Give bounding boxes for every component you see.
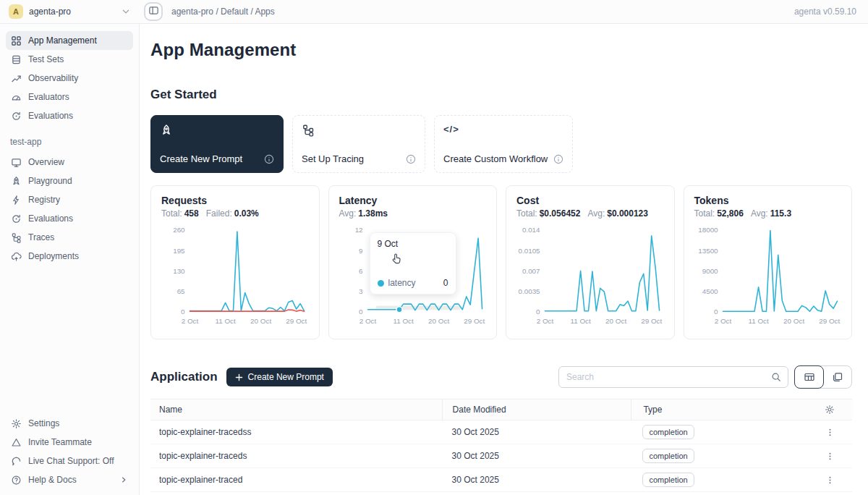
- app-root: A agenta-pro agenta-pro / Default / Apps…: [0, 0, 868, 495]
- cost-line-chart[interactable]: 00.00350.0070.01050.0142 Oct11 Oct20 Oct…: [516, 224, 664, 334]
- table-row[interactable]: topic-explainer-traced 30 Oct 2025 compl…: [150, 468, 852, 492]
- chart-tooltip: 9 Oct latency 0: [370, 232, 456, 295]
- table-row[interactable]: career-assessment 27 Oct 2025 completion: [150, 492, 852, 495]
- trace-tree-icon: [302, 124, 416, 137]
- create-custom-workflow-card[interactable]: </> Create Custom Workflow: [434, 115, 573, 173]
- triangle-icon: [11, 437, 22, 448]
- search-icon[interactable]: [771, 372, 781, 382]
- svg-text:13500: 13500: [698, 247, 718, 255]
- app-date-modified: 30 Oct 2025: [442, 427, 631, 437]
- row-menu-button[interactable]: [824, 426, 836, 439]
- svg-text:11 Oct: 11 Oct: [748, 317, 769, 325]
- svg-text:0.014: 0.014: [522, 226, 540, 234]
- rocket-icon: [160, 124, 274, 137]
- svg-text:20 Oct: 20 Oct: [250, 317, 271, 325]
- sidebar-item-label: Evaluations: [28, 213, 73, 224]
- sidebar-item-traces[interactable]: Traces: [6, 228, 133, 247]
- sidebar-item-live-chat[interactable]: Live Chat Support: Off: [6, 452, 133, 470]
- trend-chart-icon: [11, 73, 22, 84]
- grid-icon: [11, 35, 22, 46]
- code-icon: </>: [443, 124, 563, 135]
- sidebar-item-invite-teammate[interactable]: Invite Teammate: [6, 433, 133, 452]
- requests-chart-card: Requests Total:458 Failed:0.03% 06513019…: [150, 185, 320, 339]
- sidebar-item-label: Help & Docs: [28, 475, 77, 485]
- sidebar-section-label: test-app: [10, 137, 133, 147]
- svg-text:0.007: 0.007: [522, 267, 540, 275]
- table-row[interactable]: topic-explainer-traceds 30 Oct 2025 comp…: [150, 444, 852, 468]
- svg-text:29 Oct: 29 Oct: [286, 317, 307, 325]
- sidebar-item-deployments[interactable]: Deployments: [6, 247, 133, 266]
- requests-line-chart[interactable]: 0651301952602 Oct11 Oct20 Oct29 Oct: [161, 224, 309, 334]
- sidebar-bottom: Settings Invite Teammate Live Chat Suppo…: [6, 414, 133, 489]
- info-icon[interactable]: [264, 154, 274, 164]
- sidebar-item-app-management[interactable]: App Management: [6, 31, 133, 50]
- sidebar-collapse-button[interactable]: [144, 2, 163, 21]
- lightning-icon: [11, 195, 22, 206]
- series-dot-icon: [378, 280, 384, 287]
- breadcrumb[interactable]: agenta-pro / Default / Apps: [171, 7, 275, 17]
- column-header-type[interactable]: Type: [631, 399, 788, 420]
- sidebar-item-app-evaluations[interactable]: Evaluations: [6, 209, 133, 228]
- search-input[interactable]: [566, 372, 771, 382]
- tokens-line-chart[interactable]: 04500900013500180002 Oct11 Oct20 Oct29 O…: [694, 224, 842, 334]
- sidebar-item-test-sets[interactable]: Test Sets: [6, 50, 133, 69]
- sidebar-item-evaluators[interactable]: Evaluators: [6, 88, 133, 106]
- svg-text:2 Oct: 2 Oct: [537, 317, 554, 325]
- svg-text:2 Oct: 2 Oct: [359, 317, 376, 325]
- create-new-prompt-button[interactable]: Create New Prompt: [226, 368, 333, 386]
- test-sets-icon: [11, 54, 22, 65]
- chart-title: Cost: [516, 195, 664, 206]
- card-view-button[interactable]: [823, 366, 851, 388]
- chevron-right-icon: [119, 475, 128, 484]
- gear-icon: [11, 418, 22, 429]
- latency-chart-card: Latency Avg:1.38ms 0369122 Oct11 Oct20 O…: [328, 185, 498, 339]
- table-view-button[interactable]: [794, 365, 824, 389]
- tooltip-date: 9 Oct: [378, 239, 448, 249]
- svg-text:11 Oct: 11 Oct: [393, 317, 414, 325]
- workspace-name: agenta-pro: [29, 7, 71, 17]
- chart-stats: Avg:1.38ms: [339, 208, 487, 219]
- sidebar-item-settings[interactable]: Settings: [6, 414, 133, 433]
- get-started-heading: Get Started: [150, 88, 852, 102]
- workspace-selector[interactable]: A agenta-pro: [0, 4, 140, 19]
- row-menu-button[interactable]: [824, 450, 836, 462]
- search-box: [558, 366, 788, 388]
- table-settings-button[interactable]: [823, 403, 836, 416]
- get-started-cards: Create New Prompt Set Up Tracing </> Cre…: [150, 115, 852, 173]
- set-up-tracing-card[interactable]: Set Up Tracing: [292, 115, 425, 173]
- info-icon[interactable]: [406, 154, 416, 164]
- svg-text:0: 0: [714, 308, 718, 316]
- sidebar-item-help-docs[interactable]: Help & Docs: [6, 470, 133, 489]
- sidebar-item-evaluations[interactable]: Evaluations: [6, 106, 133, 125]
- tooltip-series-name: latency: [388, 278, 416, 288]
- chevron-down-icon: [121, 7, 131, 17]
- top-bar: A agenta-pro agenta-pro / Default / Apps…: [0, 0, 868, 24]
- svg-text:29 Oct: 29 Oct: [819, 317, 840, 325]
- main-content: App Management Get Started Create New Pr…: [140, 24, 868, 495]
- sidebar-item-label: Overview: [28, 157, 64, 167]
- svg-text:29 Oct: 29 Oct: [464, 317, 485, 325]
- svg-text:130: 130: [173, 267, 185, 275]
- sidebar-item-registry[interactable]: Registry: [6, 190, 133, 209]
- plus-icon: [235, 373, 243, 381]
- app-name: topic-explainer-traced: [150, 475, 442, 485]
- column-header-name[interactable]: Name: [150, 405, 442, 415]
- create-new-prompt-card[interactable]: Create New Prompt: [150, 115, 284, 173]
- type-badge: completion: [642, 473, 694, 487]
- svg-text:29 Oct: 29 Oct: [641, 317, 662, 325]
- sidebar-item-playground[interactable]: Playground: [6, 172, 133, 190]
- sidebar: App Management Test Sets Observability E…: [0, 24, 140, 495]
- application-heading: Application: [150, 370, 218, 384]
- sidebar-item-label: Test Sets: [28, 54, 64, 64]
- svg-text:65: 65: [177, 287, 185, 295]
- sidebar-item-overview[interactable]: Overview: [6, 153, 133, 172]
- svg-text:4500: 4500: [702, 287, 718, 295]
- sidebar-item-label: Traces: [28, 232, 54, 242]
- table-row[interactable]: topic-explainer-tracedss 30 Oct 2025 com…: [150, 420, 852, 444]
- app-version: agenta v0.59.10: [794, 7, 856, 17]
- application-section-header: Application Create New Prompt: [150, 365, 852, 389]
- column-header-date-modified[interactable]: Date Modified: [442, 399, 631, 420]
- info-icon[interactable]: [553, 154, 563, 164]
- sidebar-item-observability[interactable]: Observability: [6, 69, 133, 88]
- row-menu-button[interactable]: [824, 474, 836, 486]
